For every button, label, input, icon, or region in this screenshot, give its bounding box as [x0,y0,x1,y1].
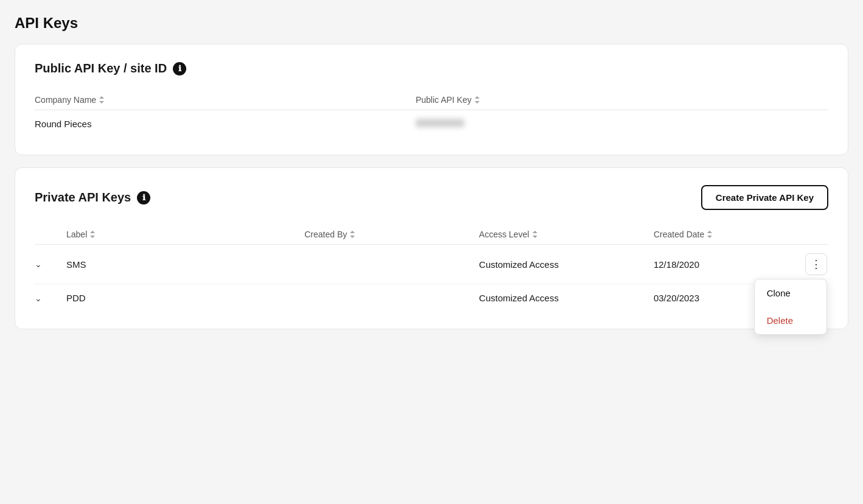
public-card-title: Public API Key / site ID [35,61,167,75]
sort-icon-created-date [707,230,713,239]
three-dot-menu-button-sms[interactable]: ⋮ [805,253,827,275]
public-col-api-key-header[interactable]: Public API Key [416,95,828,105]
private-card-title-group: Private API Keys ℹ [35,191,150,205]
public-card-header: Public API Key / site ID ℹ [35,61,828,75]
context-menu-sms: Clone Delete [754,279,827,335]
clone-menu-item[interactable]: Clone [755,279,826,307]
public-table-row: Round Pieces [35,110,828,138]
sort-icon-company-name [99,96,105,104]
private-created-by-header-text: Created By [304,229,347,239]
row-expand-sms[interactable]: ⌄ [35,259,66,269]
sort-icon-created-by [349,230,355,239]
chevron-down-icon[interactable]: ⌄ [35,293,42,303]
private-col-created-by-header[interactable]: Created By [304,229,479,239]
private-col-created-date-header[interactable]: Created Date [654,229,797,239]
table-row: ⌄ SMS Customized Access 12/18/2020 ⋮ Clo… [35,245,828,284]
private-access-level-header-text: Access Level [479,229,529,239]
sort-icon-label [89,230,96,239]
private-col-access-level-header[interactable]: Access Level [479,229,654,239]
private-col-label-header[interactable]: Label [66,229,304,239]
public-api-key-label: Public API Key [416,95,472,105]
row-access-sms: Customized Access [479,259,654,270]
private-label-header-text: Label [66,229,87,239]
chevron-down-icon[interactable]: ⌄ [35,259,42,269]
public-info-icon[interactable]: ℹ [173,62,186,75]
public-col-company-name-header[interactable]: Company Name [35,95,416,105]
private-created-date-header-text: Created Date [654,229,704,239]
page-title: API Keys [15,15,848,32]
sort-icon-access-level [532,230,538,239]
row-actions-sms: ⋮ Clone Delete [797,253,827,275]
row-expand-pdd[interactable]: ⌄ [35,293,66,303]
public-api-key-card: Public API Key / site ID ℹ Company Name … [15,44,848,155]
private-card-header: Private API Keys ℹ Create Private API Ke… [35,185,828,210]
private-card-title: Private API Keys [35,191,131,205]
private-api-keys-card: Private API Keys ℹ Create Private API Ke… [15,167,848,329]
row-label-pdd: PDD [66,293,304,303]
create-private-api-key-button[interactable]: Create Private API Key [701,185,828,210]
public-company-name-label: Company Name [35,95,96,105]
private-info-icon[interactable]: ℹ [137,191,150,205]
private-table-header: Label Created By Access Level Created Da… [35,225,828,245]
public-table-header: Company Name Public API Key [35,90,828,110]
api-key-blurred [416,119,464,127]
row-label-sms: SMS [66,259,304,270]
table-row: ⌄ PDD Customized Access 03/20/2023 [35,284,828,312]
row-access-pdd: Customized Access [479,293,654,303]
row-date-sms: 12/18/2020 [654,259,797,270]
sort-icon-api-key [474,96,480,104]
delete-menu-item[interactable]: Delete [755,307,826,334]
public-row-company-name: Round Pieces [35,119,416,129]
public-row-api-key [416,119,828,129]
